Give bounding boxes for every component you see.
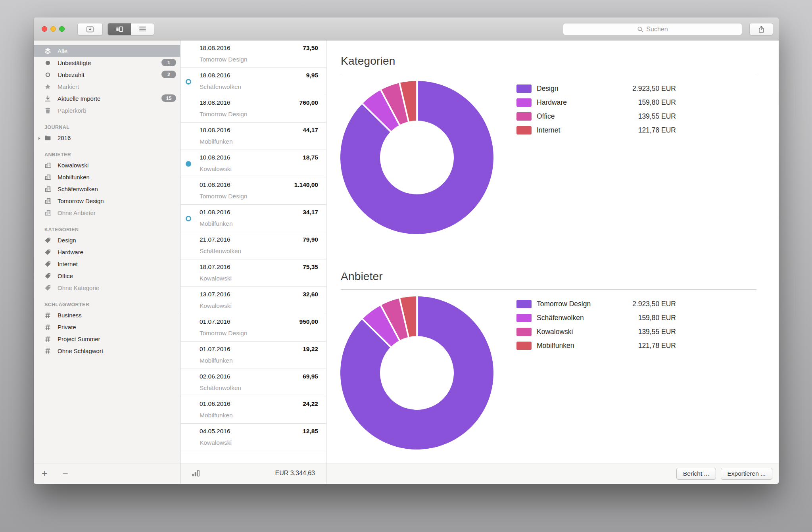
legend-row-tomorrow-design: Tomorrow Design2.923,50 EUR [516, 297, 676, 311]
sidebar-item-unbestatigte[interactable]: Unbestätigte1 [34, 57, 180, 69]
donut-chart-kategorien [340, 80, 494, 235]
transaction-row[interactable]: 01.08.20161.140,00Tomorrow Design [180, 177, 326, 205]
sidebar-item-project-summer[interactable]: Project Summer [34, 333, 180, 345]
transaction-row[interactable]: 18.08.20169,95Schäfenwolken [180, 68, 326, 95]
count-badge: 1 [161, 59, 176, 66]
tag-icon [44, 284, 53, 291]
sidebar: AlleUnbestätigte1Unbezahlt2MarkiertAktue… [34, 40, 180, 484]
legend-value: 2.923,50 EUR [632, 300, 676, 308]
transaction-row[interactable]: 18.07.201675,35Kowalowski [180, 259, 326, 287]
transaction-row[interactable]: 01.07.201619,22Mobilfunken [180, 342, 326, 369]
import-button[interactable] [77, 23, 103, 35]
building-icon [44, 209, 53, 216]
transaction-vendor: Mobilfunken [200, 220, 233, 227]
transaction-date: 13.07.2016 [200, 291, 230, 298]
transaction-row[interactable]: 01.08.201634,17Mobilfunken [180, 205, 326, 232]
legend-row-office: Office139,55 EUR [516, 109, 676, 123]
open-circle-icon [44, 71, 53, 78]
sidebar-item-hardware[interactable]: Hardware [34, 246, 180, 258]
sidebar-item-internet[interactable]: Internet [34, 258, 180, 270]
chart-legend-kategorien: Design2.923,50 EURHardware159,80 EUROffi… [516, 82, 676, 137]
legend-value: 159,80 EUR [638, 314, 676, 322]
legend-label: Internet [537, 126, 560, 134]
sidebar-item-office[interactable]: Office [34, 270, 180, 282]
sidebar-section-header-kategorien: KATEGORIEN [34, 225, 180, 234]
main-content: AlleUnbestätigte1Unbezahlt2MarkiertAktue… [34, 40, 779, 484]
legend-swatch [516, 98, 532, 107]
legend-value: 139,55 EUR [638, 112, 676, 121]
sidebar-item-label: Office [58, 273, 73, 279]
zoom-window-button[interactable] [59, 26, 65, 32]
layers-icon [44, 47, 53, 54]
sidebar-item-ohne-kategorie[interactable]: Ohne Kategorie [34, 282, 180, 294]
sidebar-item-schafenwolken[interactable]: Schäfenwolken [34, 183, 180, 195]
transaction-date: 18.07.2016 [200, 263, 230, 271]
sidebar-item-mobilfunken[interactable]: Mobilfunken [34, 171, 180, 183]
transaction-row[interactable]: 18.08.201673,50Tomorrow Design [180, 40, 326, 68]
legend-label: Kowalowski [537, 328, 573, 336]
sidebar-item-business[interactable]: Business [34, 309, 180, 321]
transaction-date: 01.06.2016 [200, 400, 230, 407]
sidebar-item-design[interactable]: Design [34, 234, 180, 246]
sidebar-item-ohne-schlagwort[interactable]: Ohne Schlagwort [34, 345, 180, 357]
sidebar-item-label: Aktuelle Importe [58, 95, 100, 102]
transaction-date: 01.08.2016 [200, 209, 230, 216]
minimize-window-button[interactable] [50, 26, 56, 32]
transaction-row[interactable]: 01.07.2016950,00Tomorrow Design [180, 314, 326, 342]
transaction-list: 18.08.201673,50Tomorrow Design18.08.2016… [180, 40, 326, 463]
chart-title: Kategorien [341, 55, 756, 67]
transaction-row[interactable]: 13.07.201632,60Kowalowski [180, 287, 326, 314]
star-icon [44, 83, 53, 90]
filled-circle-icon [44, 59, 53, 66]
report-button[interactable]: Bericht ... [676, 468, 716, 480]
disclosure-triangle-icon[interactable] [37, 135, 42, 140]
remove-button[interactable]: − [63, 469, 69, 478]
sidebar-item-papierkorb[interactable]: Papierkorb [34, 104, 180, 116]
building-icon [44, 197, 53, 204]
transaction-vendor: Mobilfunken [200, 138, 233, 145]
transaction-row[interactable]: 21.07.201679,90Schäfenwolken [180, 232, 326, 259]
transaction-row[interactable]: 10.08.201618,75Kowalowski [180, 150, 326, 177]
statistics-toggle-button[interactable] [191, 469, 201, 478]
transaction-row[interactable]: 04.05.201612,85Kowalowski [180, 424, 326, 451]
sidebar-item-label: Unbezahlt [58, 71, 84, 78]
sidebar-list: AlleUnbestätigte1Unbezahlt2MarkiertAktue… [34, 40, 180, 463]
view-table-button[interactable] [131, 23, 154, 35]
sidebar-item-2016[interactable]: 2016 [34, 132, 180, 144]
view-list-detail-button[interactable] [108, 23, 131, 35]
search-icon [637, 26, 643, 33]
sidebar-item-kowalowski[interactable]: Kowalowski [34, 159, 180, 171]
sidebar-item-label: Ohne Schlagwort [58, 348, 103, 354]
export-button[interactable]: Exportieren ... [721, 468, 773, 480]
sidebar-item-markiert[interactable]: Markiert [34, 81, 180, 92]
transaction-row[interactable]: 18.08.2016760,00Tomorrow Design [180, 95, 326, 123]
sidebar-item-aktuelle-importe[interactable]: Aktuelle Importe15 [34, 92, 180, 104]
legend-value: 121,78 EUR [638, 126, 676, 134]
add-button[interactable]: + [42, 469, 48, 478]
sidebar-item-unbezahlt[interactable]: Unbezahlt2 [34, 69, 180, 81]
sidebar-item-label: Tomorrow Design [58, 198, 104, 204]
transaction-vendor: Schäfenwolken [200, 384, 241, 392]
share-button[interactable] [749, 23, 773, 35]
transaction-amount: 19,22 [303, 346, 318, 353]
sidebar-item-alle[interactable]: Alle [34, 45, 180, 57]
total-amount: EUR 3.344,63 [275, 470, 315, 477]
transaction-amount: 9,95 [306, 72, 318, 79]
window-titlebar[interactable]: Suchen [34, 17, 779, 40]
transaction-row[interactable]: 02.06.201669,95Schäfenwolken [180, 369, 326, 396]
transaction-vendor: Tomorrow Design [200, 56, 248, 63]
transaction-row[interactable]: 18.08.201644,17Mobilfunken [180, 123, 326, 150]
close-window-button[interactable] [42, 26, 47, 32]
legend-swatch [516, 85, 532, 93]
sidebar-section-header-anbieter: ANBIETER [34, 150, 180, 159]
sidebar-item-label: Ohne Anbieter [58, 209, 96, 216]
transaction-amount: 79,90 [303, 236, 318, 243]
sidebar-item-label: Ohne Kategorie [58, 284, 99, 291]
sidebar-item-private[interactable]: Private [34, 321, 180, 333]
legend-swatch [516, 126, 532, 134]
sidebar-item-tomorrow-design[interactable]: Tomorrow Design [34, 195, 180, 207]
transaction-row[interactable]: 01.06.201624,22Mobilfunken [180, 396, 326, 424]
search-field[interactable]: Suchen [563, 23, 742, 35]
share-icon [757, 26, 765, 33]
sidebar-item-ohne-anbieter[interactable]: Ohne Anbieter [34, 207, 180, 219]
